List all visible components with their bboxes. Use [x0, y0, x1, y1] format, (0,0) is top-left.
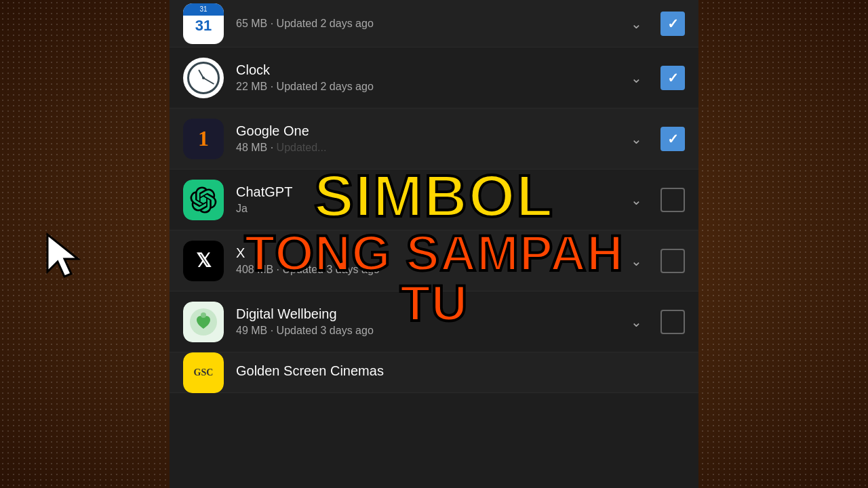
list-item[interactable]: 𝕏 X 408 MB · Updated 3 days ago ⌄ — [170, 230, 698, 291]
dropdown-button[interactable]: ⌄ — [623, 125, 650, 152]
app-meta: 49 MB · Updated 3 days ago — [236, 325, 623, 337]
app-icon-calendar: 31 31 — [183, 3, 224, 44]
svg-point-2 — [201, 312, 206, 318]
cursor-arrow — [41, 228, 95, 282]
app-checkbox[interactable] — [660, 249, 685, 273]
app-info: Golden Screen Cinemas — [236, 363, 685, 382]
app-list: 31 31 65 MB · Updated 2 days ago ⌄ — [170, 0, 698, 488]
app-name: ChatGPT — [236, 184, 623, 200]
app-info: Google One 48 MB · Updated... — [236, 123, 623, 154]
svg-marker-0 — [47, 235, 78, 277]
app-icon-google-one: 1 — [183, 119, 224, 159]
list-item[interactable]: 1 Google One 48 MB · Updated... ⌄ — [170, 108, 698, 169]
app-name: X — [236, 245, 623, 261]
dropdown-button[interactable]: ⌄ — [623, 64, 650, 92]
app-icon-chatgpt — [183, 180, 224, 220]
app-meta: Ja — [236, 203, 623, 215]
app-icon-clock — [183, 58, 224, 98]
list-item[interactable]: Digital Wellbeing 49 MB · Updated 3 days… — [170, 291, 698, 352]
app-meta: 408 MB · Updated 3 days ago — [236, 264, 623, 276]
app-icon-wellbeing — [183, 302, 224, 342]
list-item[interactable]: ChatGPT Ja ⌄ — [170, 169, 698, 230]
app-meta: 22 MB · Updated 2 days ago — [236, 81, 623, 93]
app-meta: 65 MB · Updated 2 days ago — [236, 18, 623, 30]
app-icon-x: 𝕏 — [183, 241, 224, 281]
app-icon-gsc: GSC — [183, 352, 224, 393]
app-info: Clock 22 MB · Updated 2 days ago — [236, 62, 623, 93]
list-item[interactable]: Clock 22 MB · Updated 2 days ago ⌄ — [170, 47, 698, 108]
app-meta: 48 MB · Updated... — [236, 142, 623, 154]
phone-container: 31 31 65 MB · Updated 2 days ago ⌄ — [170, 0, 698, 488]
app-name: Digital Wellbeing — [236, 306, 623, 322]
app-info: ChatGPT Ja — [236, 184, 623, 215]
app-name: Golden Screen Cinemas — [236, 363, 685, 379]
list-item[interactable]: GSC Golden Screen Cinemas — [170, 352, 698, 393]
app-name: Google One — [236, 123, 623, 139]
app-checkbox[interactable] — [660, 12, 685, 36]
list-item[interactable]: 31 31 65 MB · Updated 2 days ago ⌄ — [170, 0, 698, 47]
dropdown-button[interactable]: ⌄ — [623, 10, 650, 37]
dropdown-button[interactable]: ⌄ — [623, 308, 650, 336]
app-checkbox[interactable] — [660, 188, 685, 212]
app-info: Digital Wellbeing 49 MB · Updated 3 days… — [236, 306, 623, 337]
app-name: Clock — [236, 62, 623, 78]
dropdown-button[interactable]: ⌄ — [623, 247, 650, 274]
dropdown-button[interactable]: ⌄ — [623, 186, 650, 214]
app-info: X 408 MB · Updated 3 days ago — [236, 245, 623, 276]
app-checkbox[interactable] — [660, 66, 685, 90]
app-info: 65 MB · Updated 2 days ago — [236, 18, 623, 30]
app-checkbox[interactable] — [660, 127, 685, 151]
app-checkbox[interactable] — [660, 310, 685, 334]
